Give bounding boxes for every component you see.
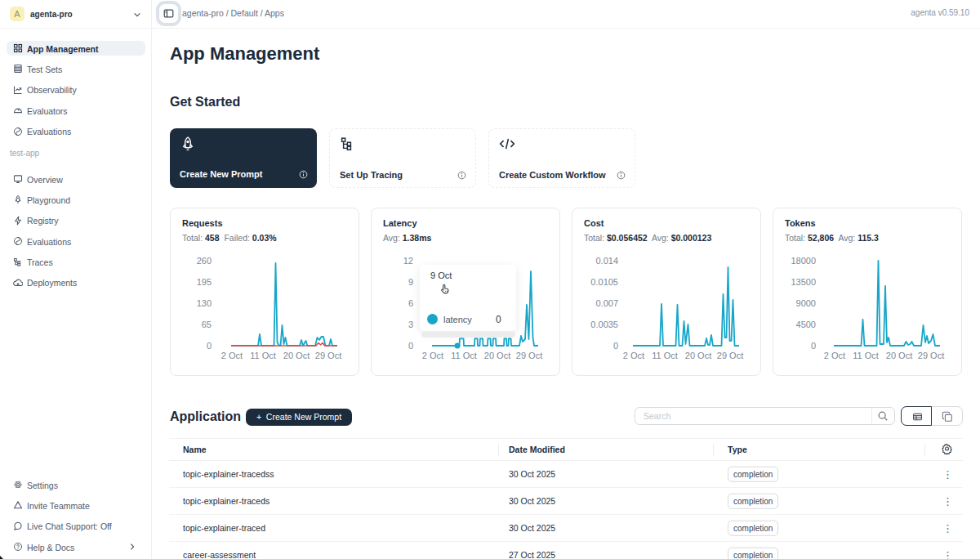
svg-text:0: 0 [207, 341, 212, 351]
svg-text:130: 130 [197, 298, 212, 308]
svg-text:20 Oct: 20 Oct [484, 351, 510, 360]
svg-text:20 Oct: 20 Oct [685, 351, 711, 360]
svg-text:29 Oct: 29 Oct [717, 351, 743, 360]
svg-text:0.0035: 0.0035 [590, 320, 618, 329]
svg-text:0.007: 0.007 [595, 298, 618, 308]
svg-text:11 Oct: 11 Oct [652, 351, 678, 360]
svg-text:11 Oct: 11 Oct [451, 351, 477, 360]
svg-text:2 Oct: 2 Oct [221, 351, 243, 360]
svg-text:11 Oct: 11 Oct [250, 351, 276, 360]
svg-text:0: 0 [408, 341, 413, 351]
svg-text:29 Oct: 29 Oct [516, 351, 542, 360]
svg-text:0.0105: 0.0105 [590, 277, 618, 287]
svg-text:0: 0 [613, 341, 618, 351]
svg-text:20 Oct: 20 Oct [283, 351, 310, 360]
svg-text:260: 260 [197, 256, 212, 266]
svg-text:4500: 4500 [796, 320, 816, 329]
svg-text:65: 65 [202, 320, 212, 329]
svg-text:11 Oct: 11 Oct [853, 351, 879, 360]
svg-text:0.014: 0.014 [595, 256, 618, 266]
svg-text:29 Oct: 29 Oct [918, 351, 944, 360]
svg-text:2 Oct: 2 Oct [623, 351, 644, 360]
svg-text:20 Oct: 20 Oct [886, 351, 912, 360]
svg-text:0: 0 [811, 341, 816, 351]
svg-text:29 Oct: 29 Oct [315, 351, 341, 360]
svg-text:9: 9 [408, 277, 413, 287]
svg-text:12: 12 [403, 256, 413, 266]
svg-text:3: 3 [408, 320, 413, 329]
svg-text:13500: 13500 [791, 277, 816, 287]
svg-text:2 Oct: 2 Oct [824, 351, 845, 360]
svg-text:18000: 18000 [791, 256, 816, 266]
svg-text:2 Oct: 2 Oct [422, 351, 443, 360]
svg-text:195: 195 [197, 277, 212, 287]
svg-text:9000: 9000 [796, 298, 816, 308]
svg-text:6: 6 [408, 298, 413, 308]
